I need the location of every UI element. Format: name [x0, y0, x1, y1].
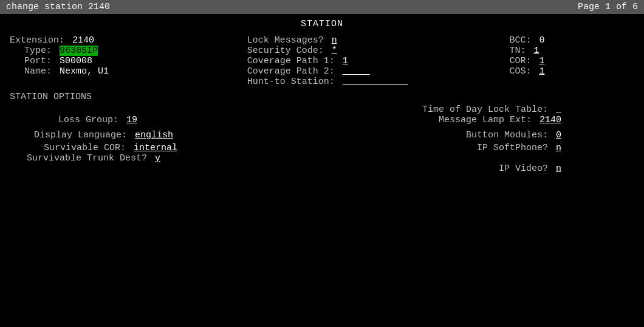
coverage-path1-value: 1 — [343, 56, 348, 66]
display-language-label: Display Language: — [34, 130, 127, 140]
hunt-to-station-value — [343, 77, 408, 87]
cor-value: 1 — [539, 56, 544, 66]
loss-group-value: 19 — [126, 115, 137, 125]
button-modules-label: Button Modules: — [466, 130, 548, 140]
port-value: S00008 — [60, 56, 92, 66]
button-modules-value: 0 — [556, 130, 561, 140]
row-lossgroup-messagelamp: Loss Group: 19 Message Lamp Ext: 2140 — [10, 115, 634, 125]
coverage-path1-label: Coverage Path 1: — [247, 56, 335, 66]
cor-label: COR: — [509, 56, 531, 66]
title-bar: change station 2140 Page 1 of 6 — [0, 0, 644, 14]
row-ipvideo: IP Video? n — [10, 164, 634, 174]
coverage-path2-label: Coverage Path 2: — [247, 66, 335, 77]
row-port-coveragepath1-cor: Port: S00008 Coverage Path 1: 1 COR: 1 — [10, 56, 634, 66]
cos-value: 1 — [539, 66, 544, 77]
type-value: 9630SIP — [60, 46, 98, 56]
cos-label: COS: — [509, 66, 531, 77]
title-right: Page 1 of 6 — [578, 2, 638, 12]
survivable-trunk-value: y — [155, 153, 160, 164]
row-hunt-to-station: Hunt-to Station: — [10, 77, 634, 87]
ip-video-label: IP Video? — [499, 164, 548, 174]
ip-video-value: n — [556, 164, 561, 174]
row-type-seccode-tn: Type: 9630SIP Security Code: * TN: 1 — [10, 46, 634, 56]
type-label: Type: — [24, 46, 52, 56]
extension-value: 2140 — [72, 35, 94, 46]
row-displaylang-buttonmodules: Display Language: english Button Modules… — [10, 130, 634, 140]
lock-messages-label: Lock Messages? — [247, 35, 324, 46]
bcc-value: 0 — [539, 35, 544, 46]
row-extension-lockmsgs-bcc: Extension: 2140 Lock Messages? n BCC: 0 — [10, 35, 634, 46]
row-name-coveragepath2-cos: Name: Nexmo, U1 Coverage Path 2: COS: 1 — [10, 66, 634, 77]
ip-softphone-value: n — [556, 143, 561, 153]
time-of-day-label: Time of Day Lock Table: — [422, 105, 548, 115]
main-content: STATION Extension: 2140 Lock Messages? n… — [0, 14, 644, 179]
survivable-cor-label: Survivable COR: — [44, 143, 126, 153]
terminal-screen: change station 2140 Page 1 of 6 STATION … — [0, 0, 644, 327]
coverage-path2-value — [343, 66, 370, 77]
extension-label: Extension: — [10, 35, 64, 46]
station-options-header: STATION OPTIONS — [10, 92, 634, 102]
port-label: Port: — [24, 56, 52, 66]
tn-label: TN: — [509, 46, 526, 56]
hunt-to-station-label: Hunt-to Station: — [247, 77, 335, 87]
row-survivablecor-ipsoftphone: Survivable COR: internal IP SoftPhone? n — [10, 143, 634, 153]
name-value: Nexmo, U1 — [60, 66, 109, 77]
row-timeofday: Time of Day Lock Table: _ — [10, 105, 634, 115]
security-code-value: * — [332, 46, 337, 56]
message-lamp-label: Message Lamp Ext: — [439, 115, 532, 125]
name-label: Name: — [24, 66, 52, 77]
row-empty — [10, 125, 634, 130]
time-of-day-value: _ — [556, 105, 561, 115]
survivable-trunk-label: Survivable Trunk Dest? — [27, 153, 147, 164]
message-lamp-value: 2140 — [540, 115, 561, 125]
loss-group-label: Loss Group: — [58, 115, 118, 125]
security-code-label: Security Code: — [247, 46, 324, 56]
survivable-cor-value: internal — [134, 143, 177, 153]
tn-value: 1 — [533, 46, 539, 56]
page-title: STATION — [10, 19, 634, 29]
title-left: change station 2140 — [6, 2, 110, 12]
bcc-label: BCC: — [509, 35, 531, 46]
ip-softphone-label: IP SoftPhone? — [477, 143, 548, 153]
lock-messages-value: n — [332, 35, 337, 46]
row-survivabletrunk-ipvideo: Survivable Trunk Dest? y — [10, 153, 634, 164]
display-language-value: english — [135, 130, 173, 140]
